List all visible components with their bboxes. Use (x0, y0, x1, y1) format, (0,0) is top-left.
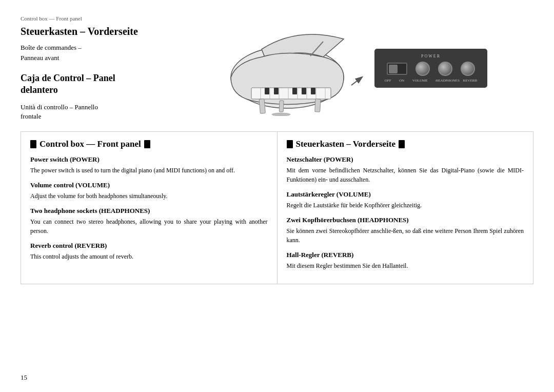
right-section-1: Netzschalter (POWER) Mit dem vorne befin… (287, 155, 524, 184)
reverb-label: REVERB (463, 79, 478, 83)
right-header-marker-right (399, 140, 405, 148)
on-label: ON (399, 79, 404, 83)
left-s1-text: The power switch is used to turn the dig… (30, 166, 268, 175)
right-section-2: Lautstärkeregler (VOLUME) Regelt die Lau… (287, 190, 524, 210)
headphones-knob (438, 62, 452, 76)
reverb-knob (461, 62, 475, 76)
svg-rect-10 (265, 88, 269, 94)
left-s2-title: Volume control (VOLUME) (30, 181, 268, 189)
power-panel-label: POWER (421, 54, 441, 58)
title-es: Caja de Control – Panel delantero (21, 72, 164, 96)
page-number: 15 (21, 374, 27, 382)
svg-rect-13 (302, 88, 306, 94)
right-s3-title: Zwei Kopfhörerbuchsen (HEADPHONES) (287, 216, 524, 224)
top-image-area: POWER OFF ON VOLUME H (174, 15, 533, 121)
switch-toggle (389, 65, 398, 73)
svg-rect-17 (279, 100, 284, 111)
svg-point-18 (272, 113, 290, 116)
title-de: Steuerkasten – Vorderseite (21, 26, 164, 37)
left-s3-title: Two headphone sockets (HEADPHONES) (30, 207, 268, 215)
svg-rect-16 (315, 99, 321, 111)
left-s3-text: You can connect two stereo headphones, a… (30, 217, 268, 236)
headphones-label: HEADPHONES (436, 79, 455, 83)
page: Control box — Front panel Steuerkasten –… (0, 0, 554, 392)
left-s1-title: Power switch (POWER) (30, 155, 268, 164)
piano-illustration (221, 21, 374, 116)
left-col-header: Control box — Front panel (30, 139, 268, 149)
left-section-4: Reverb control (REVERB) This control adj… (30, 242, 268, 261)
right-col-header: Steuerkasten – Vorderseite (287, 139, 524, 149)
top-left-text: Control box — Front panel Steuerkasten –… (21, 15, 164, 121)
subtitle-it: Unità di controllo – Pannello frontale (21, 103, 164, 121)
power-switch (387, 63, 407, 75)
svg-rect-1 (251, 88, 331, 99)
svg-rect-15 (259, 99, 265, 113)
svg-rect-14 (311, 88, 315, 94)
right-s2-title: Lautstärkeregler (VOLUME) (287, 190, 524, 199)
svg-rect-12 (292, 88, 297, 94)
panel-labels-row: OFF ON VOLUME HEADPHONES REVERB (382, 79, 480, 83)
panel-controls (387, 62, 475, 76)
right-s3-text: Sie können zwei Stereokopfhörer anschlie… (287, 226, 524, 245)
right-column: Steuerkasten – Vorderseite Netzschalter … (278, 132, 533, 284)
volume-knob (416, 62, 430, 76)
subtitle-fr-2: Panneau avant (21, 54, 164, 62)
right-s1-title: Netzschalter (POWER) (287, 155, 524, 164)
left-section-1: Power switch (POWER) The power switch is… (30, 155, 268, 175)
left-s4-text: This control adjusts the amount of rever… (30, 252, 268, 261)
off-label: OFF (385, 79, 391, 83)
right-s2-text: Regelt die Lautstärke für beide Kopfhöre… (287, 201, 524, 210)
top-section: Control box — Front panel Steuerkasten –… (21, 15, 533, 121)
left-s4-title: Reverb control (REVERB) (30, 242, 268, 250)
left-column: Control box — Front panel Power switch (… (21, 132, 278, 284)
breadcrumb: Control box — Front panel (21, 15, 164, 22)
right-section-3: Zwei Kopfhörerbuchsen (HEADPHONES) Sie k… (287, 216, 524, 245)
subtitle-fr-1: Boîte de commandes – (21, 44, 164, 52)
right-section-4: Hall-Regler (REVERB) Mit diesem Regler b… (287, 251, 524, 270)
svg-rect-11 (274, 88, 279, 94)
right-s1-text: Mit dem vorne befindlichen Netzschalter,… (287, 166, 524, 184)
left-section-2: Volume control (VOLUME) Adjust the volum… (30, 181, 268, 201)
right-header-marker-left (287, 140, 293, 148)
left-header-marker (30, 140, 36, 148)
left-section-3: Two headphone sockets (HEADPHONES) You c… (30, 207, 268, 236)
bottom-section: Control box — Front panel Power switch (… (21, 131, 533, 284)
left-header-marker-right (144, 140, 150, 148)
left-s2-text: Adjust the volume for both headphones si… (30, 191, 268, 201)
volume-label: VOLUME (412, 79, 428, 83)
right-s4-text: Mit diesem Regler bestimmen Sie den Hall… (287, 261, 524, 270)
control-panel-illustration: POWER OFF ON VOLUME H (374, 49, 487, 88)
right-s4-title: Hall-Regler (REVERB) (287, 251, 524, 259)
